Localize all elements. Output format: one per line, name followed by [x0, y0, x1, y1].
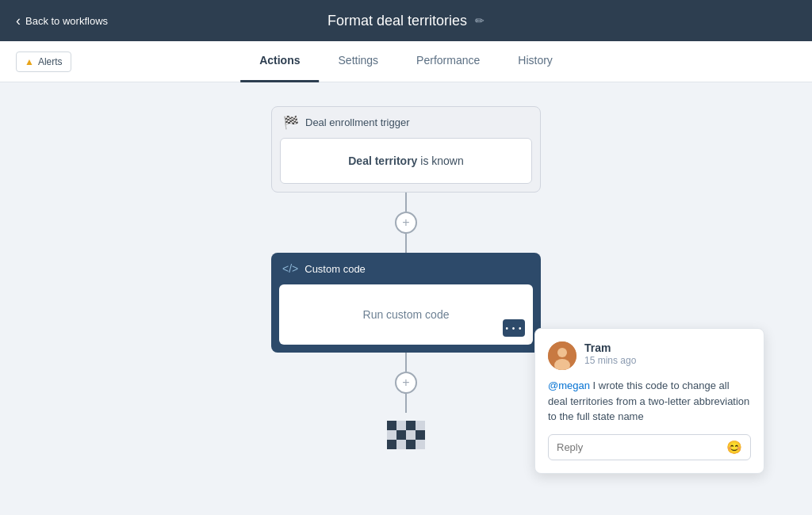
trigger-title: Deal enrollment trigger	[305, 116, 410, 128]
code-body-text: Run custom code	[363, 308, 450, 321]
emoji-button[interactable]: 😊	[726, 440, 742, 455]
end-cell-3	[406, 421, 416, 430]
alerts-button[interactable]: ▲ Alerts	[16, 52, 71, 72]
code-body: Run custom code • • •	[279, 284, 533, 345]
end-cell-10	[396, 440, 406, 449]
tab-settings[interactable]: Settings	[320, 41, 398, 82]
trigger-condition-text: is known	[417, 154, 463, 167]
connector-line-4	[405, 394, 407, 413]
trigger-condition-bold: Deal territory	[348, 154, 417, 167]
tab-history-label: History	[518, 54, 553, 67]
comment-meta: Tram 15 mins ago	[584, 341, 751, 366]
end-cell-6	[396, 430, 406, 440]
avatar	[548, 341, 576, 370]
end-cell-5	[387, 430, 396, 440]
tab-actions[interactable]: Actions	[240, 41, 319, 82]
reply-input[interactable]	[557, 441, 726, 453]
code-title: Custom code	[304, 263, 366, 275]
code-brackets-icon: </>	[282, 262, 298, 275]
add-step-button-2[interactable]: +	[395, 372, 417, 394]
page-title: Format deal territories ✏	[327, 13, 485, 29]
tabs-bar: ▲ Alerts Actions Settings Performance Hi…	[0, 41, 812, 82]
end-cell-1	[387, 421, 396, 430]
end-cell-11	[406, 440, 416, 449]
trigger-header: 🏁 Deal enrollment trigger	[272, 107, 540, 138]
alerts-label: Alerts	[38, 56, 63, 67]
tab-performance-label: Performance	[416, 54, 480, 67]
avatar-svg	[548, 341, 576, 370]
tabs-container: Actions Settings Performance History	[240, 41, 572, 82]
code-header: </> Custom code	[271, 253, 541, 284]
comment-icon[interactable]: • • •	[503, 319, 525, 337]
end-cell-4	[416, 421, 425, 430]
workflow-end-icon	[387, 421, 425, 449]
connector-2: +	[395, 353, 417, 413]
comment-time: 15 mins ago	[584, 355, 751, 366]
end-cell-8	[416, 430, 425, 440]
workflow-canvas: 🏁 Deal enrollment trigger Deal territory…	[0, 82, 812, 515]
connector-line-2	[405, 234, 407, 253]
tab-actions-label: Actions	[259, 54, 300, 67]
back-to-workflows-link[interactable]: Back to workflows	[16, 13, 108, 28]
tab-history[interactable]: History	[499, 41, 572, 82]
workflow-container: 🏁 Deal enrollment trigger Deal territory…	[271, 106, 541, 449]
svg-point-1	[557, 348, 567, 357]
comment-mention: @megan	[548, 380, 590, 391]
edit-icon[interactable]: ✏	[475, 14, 485, 27]
end-cell-2	[396, 421, 406, 430]
comment-popup: Tram 15 mins ago @megan I wrote this cod…	[534, 328, 764, 474]
connector-line-1	[405, 193, 407, 212]
connector-line-3	[405, 353, 407, 372]
alert-triangle-icon: ▲	[25, 56, 34, 67]
reply-input-row: 😊	[548, 434, 751, 460]
trigger-icon: 🏁	[283, 115, 299, 130]
custom-code-block[interactable]: </> Custom code Run custom code • • •	[271, 253, 541, 353]
back-label: Back to workflows	[25, 15, 108, 27]
trigger-block[interactable]: 🏁 Deal enrollment trigger Deal territory…	[271, 106, 541, 193]
tab-performance[interactable]: Performance	[397, 41, 499, 82]
end-cell-9	[387, 440, 396, 449]
title-text: Format deal territories	[327, 13, 467, 29]
end-cell-7	[406, 430, 416, 440]
comment-user-row: Tram 15 mins ago	[548, 341, 751, 370]
comment-dots: • • •	[505, 324, 522, 333]
trigger-condition: Deal territory is known	[280, 138, 532, 184]
connector-1: +	[395, 193, 417, 253]
add-step-button-1[interactable]: +	[395, 212, 417, 234]
comment-text: @megan I wrote this code to change all d…	[548, 378, 751, 425]
top-nav: Back to workflows Format deal territorie…	[0, 0, 812, 41]
comment-username: Tram	[584, 341, 751, 354]
end-cell-12	[416, 440, 425, 449]
tab-settings-label: Settings	[339, 54, 379, 67]
